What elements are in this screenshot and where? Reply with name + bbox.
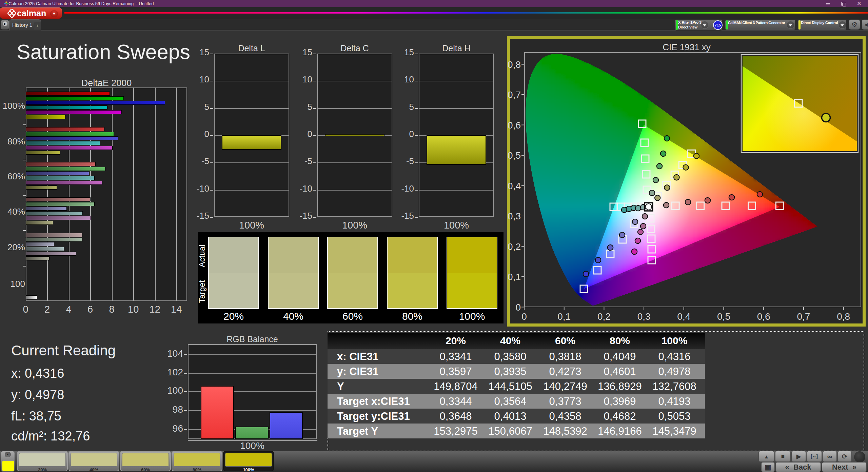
svg-text:0,6: 0,6 bbox=[508, 120, 521, 131]
svg-text:0,4: 0,4 bbox=[508, 181, 521, 191]
svg-text:0,2: 0,2 bbox=[597, 311, 611, 322]
svg-text:0,8: 0,8 bbox=[508, 59, 521, 70]
svg-text:0,5: 0,5 bbox=[717, 311, 730, 322]
svg-text:0,3: 0,3 bbox=[637, 311, 651, 322]
svg-text:0,6: 0,6 bbox=[757, 311, 770, 322]
svg-text:0,3: 0,3 bbox=[508, 211, 521, 221]
svg-text:0: 0 bbox=[515, 302, 521, 313]
svg-text:0,8: 0,8 bbox=[837, 311, 850, 322]
svg-text:0,4: 0,4 bbox=[677, 311, 690, 322]
svg-text:0,7: 0,7 bbox=[797, 311, 810, 322]
svg-text:0,1: 0,1 bbox=[508, 272, 521, 282]
svg-text:0,5: 0,5 bbox=[508, 150, 521, 161]
svg-text:0,1: 0,1 bbox=[557, 311, 571, 322]
svg-text:0,2: 0,2 bbox=[508, 241, 521, 252]
svg-text:0,7: 0,7 bbox=[508, 90, 521, 100]
svg-text:0: 0 bbox=[521, 311, 527, 322]
